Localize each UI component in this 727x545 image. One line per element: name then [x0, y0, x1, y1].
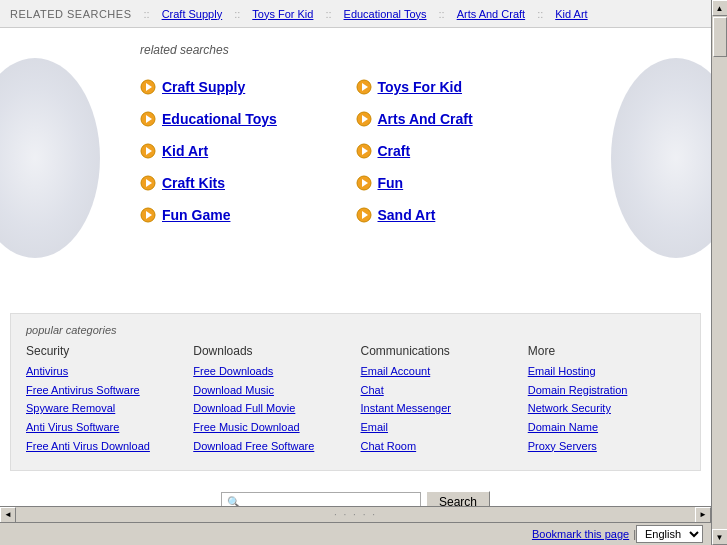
- arrow-icon: [140, 111, 156, 127]
- list-item: Craft Supply: [140, 71, 356, 103]
- scroll-up-button[interactable]: ▲: [712, 0, 728, 16]
- popular-categories-section: popular categories Security Antivirus Fr…: [10, 313, 701, 471]
- popular-link-free-downloads[interactable]: Free Downloads: [193, 362, 350, 381]
- top-nav-link-arts-and-craft[interactable]: Arts And Craft: [457, 8, 525, 20]
- top-nav-link-educational-toys[interactable]: Educational Toys: [344, 8, 427, 20]
- related-link-craft[interactable]: Craft: [378, 143, 411, 159]
- popular-link-antivirus[interactable]: Antivirus: [26, 362, 183, 381]
- top-nav-link-craft-supply[interactable]: Craft Supply: [162, 8, 223, 20]
- scroll-down-button[interactable]: ▼: [712, 529, 728, 545]
- arrow-icon: [356, 79, 372, 95]
- popular-link-chat-room[interactable]: Chat Room: [361, 437, 518, 456]
- search-bar: 🔍 Search: [0, 481, 711, 506]
- arrow-icon: [356, 175, 372, 191]
- horizontal-scroll-track: · · · · ·: [16, 507, 695, 522]
- popular-col-downloads: Downloads Free Downloads Download Music …: [193, 344, 350, 455]
- related-searches-section: related searches Craft Supply: [0, 28, 711, 308]
- top-nav-link-toys-for-kid[interactable]: Toys For Kid: [252, 8, 313, 20]
- related-link-kid-art[interactable]: Kid Art: [162, 143, 208, 159]
- related-link-toys-for-kid[interactable]: Toys For Kid: [378, 79, 463, 95]
- popular-col-more: More Email Hosting Domain Registration N…: [528, 344, 685, 455]
- separator-3: ::: [325, 8, 331, 20]
- top-nav-bar: RELATED SEARCHES :: Craft Supply :: Toys…: [0, 0, 711, 28]
- popular-col-security-title: Security: [26, 344, 183, 358]
- bookmark-link[interactable]: Bookmark this page: [532, 528, 629, 540]
- popular-link-domain-name[interactable]: Domain Name: [528, 418, 685, 437]
- popular-col-communications: Communications Email Account Chat Instan…: [361, 344, 518, 455]
- search-input[interactable]: [245, 495, 415, 506]
- separator-2: ::: [234, 8, 240, 20]
- arrow-icon: [356, 207, 372, 223]
- arrow-icon: [356, 111, 372, 127]
- list-item: Arts And Craft: [356, 103, 572, 135]
- search-icon: 🔍: [227, 496, 241, 506]
- list-item: Sand Art: [356, 199, 572, 231]
- list-item: Fun: [356, 167, 572, 199]
- popular-col-more-title: More: [528, 344, 685, 358]
- arrow-icon: [140, 79, 156, 95]
- popular-link-download-full-movie[interactable]: Download Full Movie: [193, 399, 350, 418]
- popular-link-spyware-removal[interactable]: Spyware Removal: [26, 399, 183, 418]
- related-link-craft-kits[interactable]: Craft Kits: [162, 175, 225, 191]
- search-input-wrapper: 🔍: [221, 492, 421, 506]
- popular-link-anti-virus-software[interactable]: Anti Virus Software: [26, 418, 183, 437]
- arrow-icon: [140, 175, 156, 191]
- related-link-educational-toys[interactable]: Educational Toys: [162, 111, 277, 127]
- bottom-center: Bookmark this page |: [532, 528, 636, 540]
- separator-4: ::: [439, 8, 445, 20]
- related-searches-grid: Craft Supply Toys For Kid: [140, 71, 571, 231]
- popular-col-communications-title: Communications: [361, 344, 518, 358]
- scroll-right-button[interactable]: ►: [695, 507, 711, 523]
- language-select[interactable]: English: [636, 525, 703, 543]
- popular-link-download-music[interactable]: Download Music: [193, 381, 350, 400]
- top-nav-link-kid-art[interactable]: Kid Art: [555, 8, 587, 20]
- popular-link-domain-registration[interactable]: Domain Registration: [528, 381, 685, 400]
- deco-circle-left: [0, 58, 100, 258]
- separator-5: ::: [537, 8, 543, 20]
- popular-link-email[interactable]: Email: [361, 418, 518, 437]
- separator-1: ::: [144, 8, 150, 20]
- list-item: Educational Toys: [140, 103, 356, 135]
- related-link-arts-and-craft[interactable]: Arts And Craft: [378, 111, 473, 127]
- scroll-left-button[interactable]: ◄: [0, 507, 16, 523]
- bottom-right: English: [636, 525, 703, 543]
- deco-circle-right: [611, 58, 711, 258]
- popular-link-proxy-servers[interactable]: Proxy Servers: [528, 437, 685, 456]
- related-link-sand-art[interactable]: Sand Art: [378, 207, 436, 223]
- list-item: Craft: [356, 135, 572, 167]
- popular-link-network-security[interactable]: Network Security: [528, 399, 685, 418]
- page-body: related searches Craft Supply: [0, 28, 711, 506]
- popular-link-free-anti-virus-download[interactable]: Free Anti Virus Download: [26, 437, 183, 456]
- arrow-icon: [140, 143, 156, 159]
- arrow-icon: [356, 143, 372, 159]
- related-searches-title: related searches: [140, 43, 571, 57]
- popular-col-security: Security Antivirus Free Antivirus Softwa…: [26, 344, 183, 455]
- popular-link-email-hosting[interactable]: Email Hosting: [528, 362, 685, 381]
- popular-link-download-free-software[interactable]: Download Free Software: [193, 437, 350, 456]
- vertical-scrollbar: ▲ ▼: [711, 0, 727, 545]
- related-link-fun[interactable]: Fun: [378, 175, 404, 191]
- related-searches-label: RELATED SEARCHES: [10, 8, 132, 20]
- bottom-bar: Bookmark this page | English: [0, 522, 711, 545]
- vertical-scroll-track: [712, 16, 727, 529]
- popular-link-email-account[interactable]: Email Account: [361, 362, 518, 381]
- search-button[interactable]: Search: [426, 491, 490, 506]
- scrollbar-dots: · · · · ·: [334, 509, 377, 520]
- list-item: Craft Kits: [140, 167, 356, 199]
- popular-link-chat[interactable]: Chat: [361, 381, 518, 400]
- horizontal-scrollbar: ◄ · · · · · ►: [0, 506, 711, 522]
- popular-link-free-music-download[interactable]: Free Music Download: [193, 418, 350, 437]
- popular-link-free-antivirus-software[interactable]: Free Antivirus Software: [26, 381, 183, 400]
- scroll-thumb[interactable]: [713, 17, 727, 57]
- related-link-fun-game[interactable]: Fun Game: [162, 207, 230, 223]
- list-item: Toys For Kid: [356, 71, 572, 103]
- popular-link-instant-messenger[interactable]: Instant Messenger: [361, 399, 518, 418]
- related-link-craft-supply[interactable]: Craft Supply: [162, 79, 245, 95]
- popular-col-downloads-title: Downloads: [193, 344, 350, 358]
- arrow-icon: [140, 207, 156, 223]
- list-item: Kid Art: [140, 135, 356, 167]
- popular-categories-title: popular categories: [26, 324, 685, 336]
- popular-categories-grid: Security Antivirus Free Antivirus Softwa…: [26, 344, 685, 455]
- list-item: Fun Game: [140, 199, 356, 231]
